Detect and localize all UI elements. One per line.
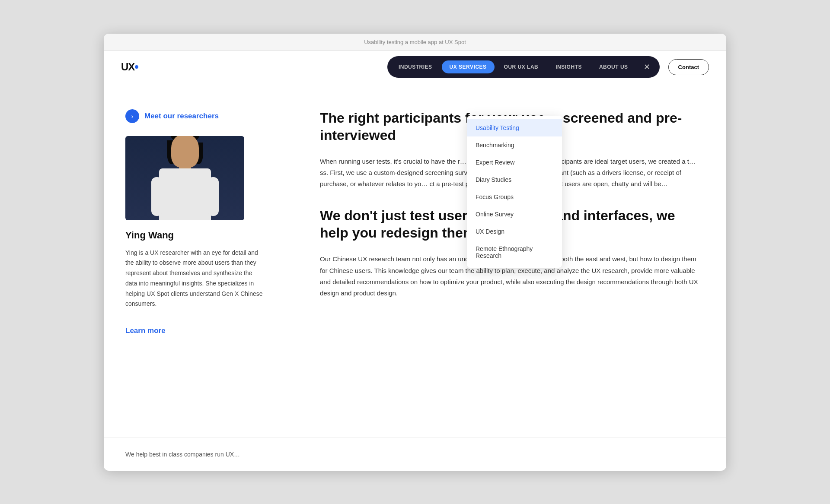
researcher-name: Ying Wang — [125, 230, 264, 241]
nav-item-ux-services[interactable]: UX SERVICES — [442, 60, 495, 73]
bottom-text: We help best in class companies run UX… — [125, 451, 705, 458]
meet-researchers-label: Meet our researchers — [144, 112, 219, 120]
nav-item-our-ux-lab[interactable]: OUR UX LAB — [496, 60, 546, 73]
main-navigation: INDUSTRIES UX SERVICES OUR UX LAB INSIGH… — [387, 56, 660, 78]
researcher-figure — [159, 140, 211, 220]
person-arm-right — [208, 177, 219, 216]
browser-window: Usability testing a mobile app at UX Spo… — [104, 34, 726, 471]
site-logo[interactable]: UX — [121, 61, 138, 73]
contact-button[interactable]: Contact — [668, 59, 709, 75]
person-arm-left — [151, 177, 163, 216]
dropdown-item-remote-ethnography[interactable]: Remote Ethnography Research — [467, 240, 562, 264]
meet-researchers-link[interactable]: › Meet our researchers — [125, 109, 264, 123]
chevron-right-icon: › — [125, 109, 139, 123]
dropdown-item-ux-design[interactable]: UX Design — [467, 223, 562, 240]
nav-item-insights[interactable]: INSIGHTS — [548, 60, 590, 73]
researcher-photo — [125, 136, 244, 220]
person-shirt — [159, 168, 211, 220]
dropdown-item-diary-studies[interactable]: Diary Studies — [467, 171, 562, 188]
nav-item-about-us[interactable]: ABOUT US — [591, 60, 636, 73]
browser-tab-bar: Usability testing a mobile app at UX Spo… — [104, 34, 726, 51]
researcher-bio: Ying is a UX researcher with an eye for … — [125, 248, 264, 310]
nav-close-button[interactable]: ✕ — [638, 59, 656, 75]
logo-text: UX — [121, 61, 134, 73]
logo-dot — [135, 65, 138, 69]
main-content: › Meet our researchers Ying Wang Ying is… — [104, 83, 726, 437]
nav-item-industries[interactable]: INDUSTRIES — [391, 60, 440, 73]
dropdown-item-expert-review[interactable]: Expert Review — [467, 154, 562, 171]
site-header: UX INDUSTRIES UX SERVICES OUR UX LAB INS… — [104, 51, 726, 83]
ux-services-dropdown: Usability Testing Benchmarking Expert Re… — [467, 116, 562, 268]
dropdown-item-online-survey[interactable]: Online Survey — [467, 206, 562, 223]
dropdown-item-benchmarking[interactable]: Benchmarking — [467, 136, 562, 154]
dropdown-item-focus-groups[interactable]: Focus Groups — [467, 188, 562, 206]
sidebar: › Meet our researchers Ying Wang Ying is… — [104, 83, 285, 437]
dropdown-item-usability-testing[interactable]: Usability Testing — [467, 119, 562, 136]
bottom-section: We help best in class companies run UX… — [104, 437, 726, 471]
learn-more-link[interactable]: Learn more — [125, 326, 166, 335]
tab-title: Usability testing a mobile app at UX Spo… — [364, 39, 466, 45]
